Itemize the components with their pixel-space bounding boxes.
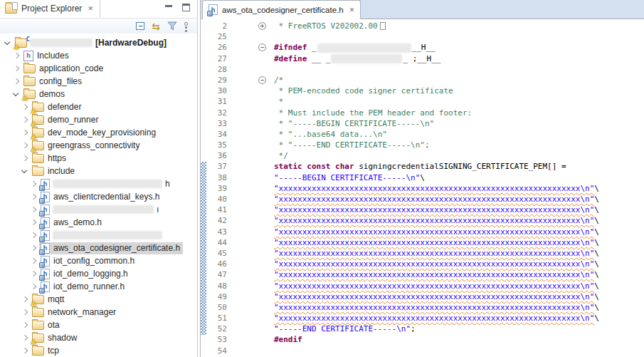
tree-item[interactable]: dev_mode_key_provisioning <box>0 126 197 139</box>
tree-item[interactable]: https <box>0 152 197 165</box>
fold-expand-icon[interactable]: + <box>258 22 266 30</box>
tree-item[interactable]: application_code <box>0 62 197 75</box>
chevron-collapsed-icon[interactable] <box>20 333 31 343</box>
chevron-collapsed-icon[interactable] <box>28 281 39 292</box>
code-line[interactable]: 48"xxxxxxxxxxxxxxxxxxxxxxxxxxxxxxxxxxxxx… <box>201 281 644 291</box>
code-line[interactable]: 25 <box>201 31 644 42</box>
code-text: #ifndef ___H__ <box>274 42 436 53</box>
code-line[interactable]: 26−#ifndef ___H__ <box>201 42 644 53</box>
tree-item[interactable]: hiot_demo_runner.h <box>0 280 197 293</box>
chevron-collapsed-icon[interactable] <box>28 205 39 215</box>
link-with-editor-icon[interactable]: ⇆ <box>152 21 160 31</box>
fold-collapse-icon[interactable]: − <box>258 76 266 84</box>
editor-body[interactable]: 2+ * FreeRTOS V202002.002526−#ifndef ___… <box>201 19 644 357</box>
code-line[interactable]: 41"xxxxxxxxxxxxxxxxxxxxxxxxxxxxxxxxxxxxx… <box>201 205 644 215</box>
chevron-collapsed-icon[interactable] <box>20 320 31 331</box>
code-line[interactable]: 27#define __ __ ;__H__ <box>201 53 644 64</box>
tree-item[interactable]: hiot_config_common.h <box>0 254 197 267</box>
code-line[interactable]: 52"-----END CERTIFICATE-----\n"; <box>201 324 644 334</box>
code-line[interactable]: 46"xxxxxxxxxxxxxxxxxxxxxxxxxxxxxxxxxxxxx… <box>201 259 644 269</box>
code-line[interactable]: 28 <box>201 64 644 75</box>
tab-close-icon[interactable]: ✕ <box>349 6 355 14</box>
tree-item[interactable]: h <box>0 229 197 242</box>
code-line[interactable]: 47"xxxxxxxxxxxxxxxxxxxxxxxxxxxxxxxxxxxxx… <box>201 269 644 280</box>
code-line[interactable]: 33 * "-----BEGIN CERTIFICATE-----\n" <box>201 118 644 129</box>
code-line[interactable]: 45"xxxxxxxxxxxxxxxxxxxxxxxxxxxxxxxxxxxxx… <box>201 248 644 259</box>
chevron-collapsed-icon[interactable] <box>20 102 31 113</box>
chevron-collapsed-icon[interactable] <box>20 294 31 305</box>
chevron-collapsed-icon[interactable] <box>28 192 39 202</box>
code-line[interactable]: 34 * "...base64 data...\n" <box>201 129 644 140</box>
editor-tab[interactable]: h aws_ota_codesigner_certificate.h ✕ <box>202 0 361 19</box>
tree-item[interactable]: C[HardwareDebug] <box>0 36 197 49</box>
chevron-collapsed-icon[interactable] <box>20 346 31 356</box>
code-line[interactable]: 54 <box>201 346 644 356</box>
code-line[interactable]: 29−/* <box>201 75 644 86</box>
tree-item[interactable]: hiot_demo_logging.h <box>0 267 197 280</box>
tree-item[interactable]: include <box>0 165 197 177</box>
chevron-collapsed-icon[interactable] <box>28 230 39 241</box>
chevron-collapsed-icon[interactable] <box>20 128 31 138</box>
code-line[interactable]: 53#endif <box>201 334 644 345</box>
maximize-icon[interactable] <box>182 4 190 11</box>
chevron-collapsed-icon[interactable] <box>28 217 39 228</box>
chevron-collapsed-icon[interactable] <box>11 63 22 74</box>
view-menu-icon[interactable] <box>184 21 187 31</box>
tree-item[interactable]: config_files <box>0 75 197 88</box>
tree-item[interactable]: mqtt <box>0 293 197 306</box>
tree-item[interactable]: demo_runner <box>0 113 197 126</box>
code-line[interactable]: 37static const char signingcredentialSIG… <box>201 161 644 172</box>
tree-item[interactable]: haws_ota_codesigner_certificate.h <box>0 242 197 254</box>
line-number: 26 <box>206 42 227 53</box>
code-line[interactable]: 31 * <box>201 96 644 107</box>
chevron-expanded-icon[interactable] <box>3 38 14 48</box>
code-line[interactable]: 40"xxxxxxxxxxxxxxxxxxxxxxxxxxxxxxxxxxxxx… <box>201 194 644 205</box>
tree-item[interactable]: tcp <box>0 344 197 357</box>
chevron-expanded-icon[interactable] <box>11 89 22 100</box>
code-line[interactable]: 2+ * FreeRTOS V202002.00 <box>201 21 644 31</box>
tree-item-label: [HardwareDebug] <box>95 38 167 48</box>
chevron-collapsed-icon[interactable] <box>28 256 39 267</box>
tree-item[interactable]: haws_demo.h <box>0 216 197 229</box>
chevron-collapsed-icon[interactable] <box>28 243 39 254</box>
code-line[interactable]: 30 * PEM-encoded code signer certificate <box>201 86 644 96</box>
code-line[interactable]: 49"xxxxxxxxxxxxxxxxxxxxxxxxxxxxxxxxxxxxx… <box>201 291 644 302</box>
code-line[interactable]: 51"xxxxxxxxxxxxxxxxxxxxxxxxxxxxxxxxxxxxx… <box>201 313 644 324</box>
chevron-collapsed-icon[interactable] <box>28 179 39 190</box>
tree-item[interactable]: hh <box>0 177 197 190</box>
tree-item[interactable]: demos <box>0 88 197 100</box>
tree-item[interactable]: ota <box>0 319 197 331</box>
tree-item[interactable]: defender <box>0 100 197 113</box>
tree-item[interactable]: greengrass_connectivity <box>0 139 197 152</box>
chevron-collapsed-icon[interactable] <box>11 76 22 87</box>
code-line[interactable]: 35 * "-----END CERTIFICATE-----\n"; <box>201 140 644 150</box>
code-line[interactable]: 50"xxxxxxxxxxxxxxxxxxxxxxxxxxxxxxxxxxxxx… <box>201 302 644 313</box>
chevron-collapsed-icon[interactable] <box>20 140 31 151</box>
code-line[interactable]: 36 */ <box>201 150 644 161</box>
tree-item[interactable]: hIncludes <box>0 49 197 62</box>
code-line[interactable]: 38"-----BEGIN CERTIFICATE-----\n"\ <box>201 172 644 183</box>
fold-collapse-icon[interactable]: − <box>258 43 266 51</box>
chevron-collapsed-icon[interactable] <box>20 153 31 164</box>
tree-item[interactable]: haws_clientcredential_keys.h <box>0 190 197 203</box>
tree-item[interactable]: hı <box>0 203 197 216</box>
view-tab-close-icon[interactable]: ✕ <box>88 5 93 12</box>
chevron-collapsed-icon[interactable] <box>20 307 31 318</box>
code-line[interactable]: 42"xxxxxxxxxxxxxxxxxxxxxxxxxxxxxxxxxxxxx… <box>201 215 644 226</box>
tree-item-label: mqtt <box>48 294 64 304</box>
code-line[interactable]: 43"xxxxxxxxxxxxxxxxxxxxxxxxxxxxxxxxxxxxx… <box>201 227 644 237</box>
code-line[interactable]: 32 * Must include the PEM header and foo… <box>201 108 644 118</box>
chevron-collapsed-icon[interactable] <box>11 51 22 61</box>
tree-item[interactable]: network_manager <box>0 306 197 319</box>
quick-diff-ruler[interactable] <box>201 162 206 335</box>
filter-icon[interactable] <box>167 21 177 31</box>
collapse-all-icon[interactable]: − <box>136 22 144 30</box>
project-explorer-tab[interactable]: Project Explorer ✕ <box>0 0 100 18</box>
chevron-collapsed-icon[interactable] <box>28 269 39 279</box>
chevron-expanded-icon[interactable] <box>20 166 31 177</box>
minimize-icon[interactable] <box>165 4 173 11</box>
tree-item[interactable]: shadow <box>0 331 197 344</box>
code-line[interactable]: 44"xxxxxxxxxxxxxxxxxxxxxxxxxxxxxxxxxxxxx… <box>201 237 644 248</box>
chevron-collapsed-icon[interactable] <box>20 115 31 125</box>
code-line[interactable]: 39"xxxxxxxxxxxxxxxxxxxxxxxxxxxxxxxxxxxxx… <box>201 183 644 194</box>
